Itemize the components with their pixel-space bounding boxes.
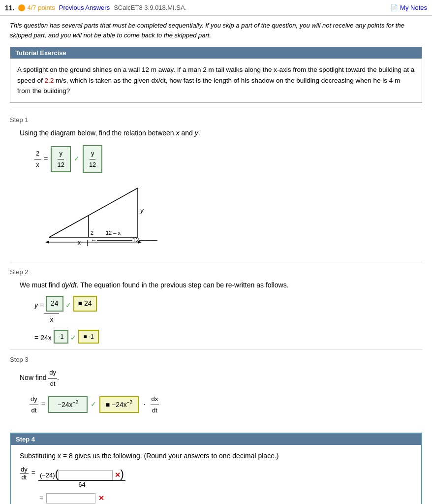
svg-text:x: x (78, 239, 81, 246)
step2-check2: ✓ (70, 332, 76, 344)
step3-answer-ref: ■ −24x−2 (99, 396, 139, 412)
step4-instruction: Substituting x = 8 gives us the followin… (20, 452, 412, 460)
step1-label: Step 1 (10, 116, 422, 124)
points-text: 4/7 points (27, 4, 55, 11)
dx-dt-frac: dx dt (151, 394, 159, 416)
my-notes-link[interactable]: 📄 My Notes (390, 4, 427, 11)
svg-marker-5 (45, 241, 49, 244)
step3-checkmark: ✓ (91, 399, 96, 410)
step1-instruction: Using the diagram below, find the relati… (20, 127, 422, 139)
dy-dt-frac: dy dt (30, 394, 38, 416)
points-badge: 4/7 points (18, 4, 55, 11)
step1-container: Step 1 Using the diagram below, find the… (10, 110, 422, 262)
step3-content: Now find dydt. dy dt = −24x−2 ✓ ■ −24x−2… (10, 367, 422, 415)
step2-check1: ✓ (65, 300, 71, 312)
step2-instruction: We must find dy/dt. The equation found i… (20, 280, 422, 291)
step4-equation2: = ✕ (39, 493, 412, 504)
svg-text:←——————12——————→: ←——————12——————→ (91, 237, 157, 244)
step2-equation2: = 24x -1 ✓ ■ -1 (34, 330, 422, 344)
step4-input2[interactable] (46, 493, 95, 504)
step3-instruction: Now find dydt. (20, 367, 422, 389)
step4-input1[interactable] (59, 470, 113, 480)
step4-header: Step 4 (11, 434, 421, 445)
step3-answer-box: −24x−2 (48, 396, 88, 412)
step2-label: Step 2 (10, 268, 422, 276)
step1-answer-box: y 12 (51, 146, 70, 172)
step2-equation1: y = 24 ✓ ■ 24 (34, 296, 422, 312)
question-number: 11. (5, 4, 14, 12)
tutorial-body: A spotlight on the ground shines on a wa… (10, 59, 422, 102)
step4-box: Step 4 Substituting x = 8 gives us the f… (10, 433, 422, 504)
tutorial-text-part2: m/s, which is taken as the given dx/dt, … (17, 77, 400, 95)
previous-answers-link[interactable]: Previous Answers (59, 4, 110, 11)
step2-denom-line: x (34, 314, 422, 326)
step1-equation: 2 x = y 12 ✓ y 12 (34, 145, 422, 173)
warning-text: This question has several parts that mus… (10, 21, 422, 40)
tutorial-speed: 2.2 (45, 77, 54, 84)
step3-equation: dy dt = −24x−2 ✓ ■ −24x−2 · dx dt (30, 394, 422, 416)
my-notes-label: My Notes (400, 4, 427, 11)
svg-text:12 – x: 12 – x (106, 230, 121, 236)
svg-text:2: 2 (91, 230, 93, 236)
svg-text:y: y (140, 207, 144, 214)
fraction-2-x: 2 x (34, 148, 41, 170)
points-icon (18, 4, 25, 11)
svg-text:|: | (87, 239, 88, 246)
tutorial-box: Tutorial Exercise A spotlight on the gro… (10, 47, 422, 103)
step2-container: Step 2 We must find dy/dt. The equation … (10, 262, 422, 350)
step1-answer-ref: y 12 (83, 145, 102, 173)
tutorial-header: Tutorial Exercise (10, 47, 422, 59)
course-code: SCalcET8 3.9.018.MI.SA. (114, 4, 186, 11)
step1-diagram: x | 2 12 – x ←——————12——————→ y (39, 178, 422, 251)
step2-numerator-box: 24 (46, 296, 63, 312)
step2-content: We must find dy/dt. The equation found i… (10, 280, 422, 344)
page-header: 11. 4/7 points Previous Answers SCalcET8… (0, 0, 432, 16)
step4-dydt: dy dt (20, 466, 29, 481)
header-left: 11. 4/7 points Previous Answers SCalcET8… (5, 4, 390, 12)
step4-equation1: dy dt = (−24)( ✕) 64 (20, 466, 412, 488)
step1-checkmark: ✓ (74, 153, 80, 165)
step2-exp-box: -1 (54, 330, 69, 344)
step1-content: Using the diagram below, find the relati… (10, 127, 422, 251)
step2-num-ref: ■ 24 (73, 296, 97, 312)
triangle-diagram: x | 2 12 – x ←——————12——————→ y (39, 178, 157, 247)
step2-exp-ref: ■ -1 (78, 330, 98, 344)
step3-container: Step 3 Now find dydt. dy dt = −24x−2 ✓ ■… (10, 349, 422, 425)
step3-label: Step 3 (10, 356, 422, 363)
main-content: This question has several parts that mus… (0, 16, 432, 504)
notes-icon: 📄 (390, 4, 398, 11)
step4-body: Substituting x = 8 gives us the followin… (11, 445, 421, 504)
